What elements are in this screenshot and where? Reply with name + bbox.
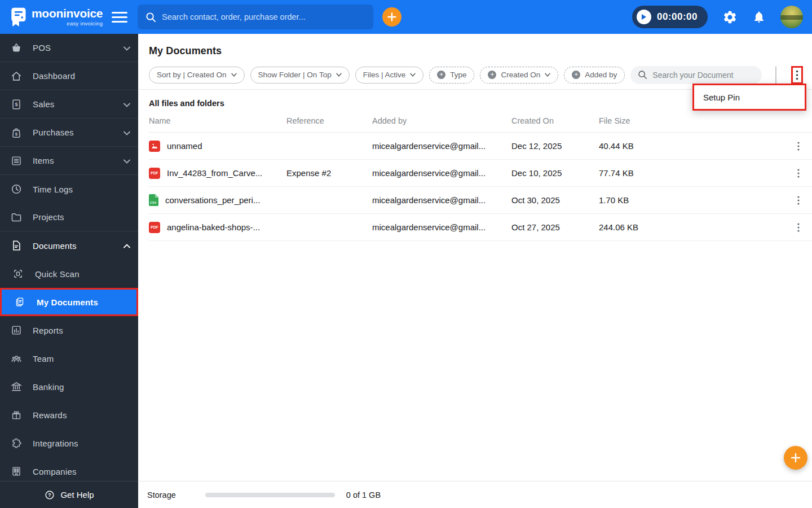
sidebar-item-quick-scan[interactable]: Quick Scan bbox=[0, 260, 138, 288]
storage-label: Storage bbox=[147, 491, 176, 500]
sidebar-item-time-logs[interactable]: Time Logs bbox=[0, 175, 138, 203]
home-icon bbox=[10, 70, 23, 82]
kebab-icon bbox=[797, 223, 800, 232]
sidebar-item-integrations[interactable]: Integrations bbox=[0, 429, 138, 457]
hamburger-menu-icon[interactable] bbox=[112, 12, 127, 23]
file-size: 40.44 KB bbox=[599, 141, 785, 151]
sidebar-item-sales[interactable]: $ Sales bbox=[0, 90, 138, 119]
file-name: Inv_44283_from_Carve... bbox=[167, 168, 262, 178]
table-header: Name Reference Added by Created On File … bbox=[149, 109, 812, 133]
global-search[interactable] bbox=[138, 5, 373, 29]
quick-add-button[interactable] bbox=[382, 7, 401, 27]
table-row[interactable]: PDF Inv_44283_from_Carve... Expense #2 m… bbox=[149, 160, 812, 187]
row-options-button[interactable] bbox=[795, 168, 802, 179]
filter-add-type[interactable]: Type bbox=[429, 67, 474, 84]
setup-pin-menu-item[interactable]: Setup Pin bbox=[694, 93, 805, 102]
file-name-cell[interactable]: PDF angelina-baked-shops-... bbox=[149, 222, 286, 233]
building-icon bbox=[10, 465, 23, 478]
file-added-by: micealgardenservice@gmail... bbox=[372, 141, 511, 151]
chevron-down-icon bbox=[336, 73, 342, 77]
file-name: unnamed bbox=[167, 141, 202, 151]
sidebar-item-label: Companies bbox=[33, 467, 130, 476]
filter-files-active[interactable]: Files | Active bbox=[355, 67, 424, 84]
list-view-button[interactable] bbox=[776, 67, 776, 84]
csv-file-icon: CSV bbox=[149, 194, 158, 206]
folder-icon bbox=[10, 211, 23, 224]
column-reference: Reference bbox=[286, 116, 372, 125]
row-options-button[interactable] bbox=[795, 222, 802, 233]
topbar: mooninvoice easy invoicing 00:00:00 bbox=[0, 0, 812, 34]
avatar[interactable] bbox=[780, 6, 803, 28]
bank-icon bbox=[10, 380, 23, 393]
filter-add-created-on[interactable]: Created On bbox=[480, 67, 558, 84]
sidebar-item-label: Rewards bbox=[33, 410, 130, 420]
more-options-button[interactable] bbox=[793, 69, 801, 81]
sidebar-item-rewards[interactable]: Rewards bbox=[0, 401, 138, 429]
svg-text:$: $ bbox=[15, 131, 18, 136]
global-search-input[interactable] bbox=[162, 12, 365, 21]
column-created-on: Created On bbox=[511, 116, 599, 125]
sidebar-item-label: Projects bbox=[33, 212, 130, 222]
document-search[interactable] bbox=[630, 66, 762, 84]
plus-circle-icon bbox=[488, 71, 496, 79]
add-document-fab[interactable] bbox=[784, 446, 807, 470]
timer-value: 00:00:00 bbox=[657, 11, 698, 23]
file-name: angelina-baked-shops-... bbox=[167, 222, 260, 232]
chevron-down-icon bbox=[123, 43, 130, 53]
page-title: My Documents bbox=[138, 34, 812, 60]
timer-widget[interactable]: 00:00:00 bbox=[632, 6, 708, 28]
main-content: My Documents Sort by | Created On Show F… bbox=[138, 34, 812, 508]
sidebar-item-my-documents[interactable]: My Documents bbox=[0, 288, 138, 316]
sidebar-item-label: Purchases bbox=[33, 128, 113, 137]
setup-pin-menu: Setup Pin bbox=[692, 84, 806, 111]
sidebar-item-reports[interactable]: Reports bbox=[0, 316, 138, 344]
sidebar-item-documents[interactable]: Documents bbox=[0, 231, 138, 260]
notifications-icon[interactable] bbox=[752, 10, 766, 24]
table-row[interactable]: unnamed micealgardenservice@gmail... Dec… bbox=[149, 133, 812, 160]
sidebar-item-items[interactable]: Items bbox=[0, 147, 138, 175]
sidebar-item-label: Sales bbox=[33, 99, 113, 109]
play-icon[interactable] bbox=[637, 10, 651, 24]
sidebar-item-dashboard[interactable]: Dashboard bbox=[0, 62, 138, 90]
sidebar-item-banking[interactable]: Banking bbox=[0, 373, 138, 401]
sidebar-item-label: Integrations bbox=[33, 439, 130, 448]
sidebar-item-pos[interactable]: POS bbox=[0, 34, 138, 62]
file-size: 1.70 KB bbox=[599, 195, 785, 205]
row-options-button[interactable] bbox=[795, 195, 802, 206]
chevron-down-icon bbox=[410, 73, 416, 77]
sidebar-item-team[interactable]: Team bbox=[0, 344, 138, 373]
filter-sort-by[interactable]: Sort by | Created On bbox=[149, 67, 245, 84]
sidebar-item-projects[interactable]: Projects bbox=[0, 203, 138, 231]
get-help-button[interactable]: ? Get Help bbox=[0, 481, 138, 508]
basket-icon bbox=[10, 42, 23, 54]
file-name-cell[interactable]: CSV conversations_per_peri... bbox=[149, 194, 286, 206]
file-name-cell[interactable]: PDF Inv_44283_from_Carve... bbox=[149, 168, 286, 179]
file-name: conversations_per_peri... bbox=[165, 195, 260, 205]
file-name-cell[interactable]: unnamed bbox=[149, 141, 286, 152]
table-row[interactable]: PDF angelina-baked-shops-... micealgarde… bbox=[149, 214, 812, 241]
file-size: 77.74 KB bbox=[599, 168, 785, 178]
file-size: 244.06 KB bbox=[599, 222, 785, 232]
sidebar-item-purchases[interactable]: $ Purchases bbox=[0, 119, 138, 147]
file-added-by: micealgardenservice@gmail... bbox=[372, 168, 511, 178]
kebab-icon bbox=[796, 70, 798, 80]
get-help-label: Get Help bbox=[60, 490, 94, 500]
brand-logo[interactable]: mooninvoice easy invoicing bbox=[0, 6, 105, 28]
filter-show-folder[interactable]: Show Folder | On Top bbox=[250, 67, 350, 84]
document-search-input[interactable] bbox=[652, 71, 754, 80]
gift-icon bbox=[10, 409, 23, 421]
chevron-down-icon bbox=[123, 156, 130, 166]
sidebar-item-label: Reports bbox=[33, 326, 130, 335]
sidebar-item-label: Time Logs bbox=[33, 185, 130, 194]
settings-icon[interactable] bbox=[722, 10, 738, 25]
table-row[interactable]: CSV conversations_per_peri... micealgard… bbox=[149, 187, 812, 214]
filter-add-added-by[interactable]: Added by bbox=[564, 67, 625, 84]
invoice-icon: $ bbox=[10, 98, 23, 111]
chevron-down-icon bbox=[123, 99, 130, 110]
sidebar-item-label: Team bbox=[33, 354, 130, 364]
chevron-down-icon bbox=[123, 128, 130, 138]
chevron-down-icon bbox=[231, 73, 237, 77]
search-icon bbox=[638, 70, 647, 80]
file-added-by: micealgardenservice@gmail... bbox=[372, 222, 511, 232]
row-options-button[interactable] bbox=[795, 141, 802, 152]
